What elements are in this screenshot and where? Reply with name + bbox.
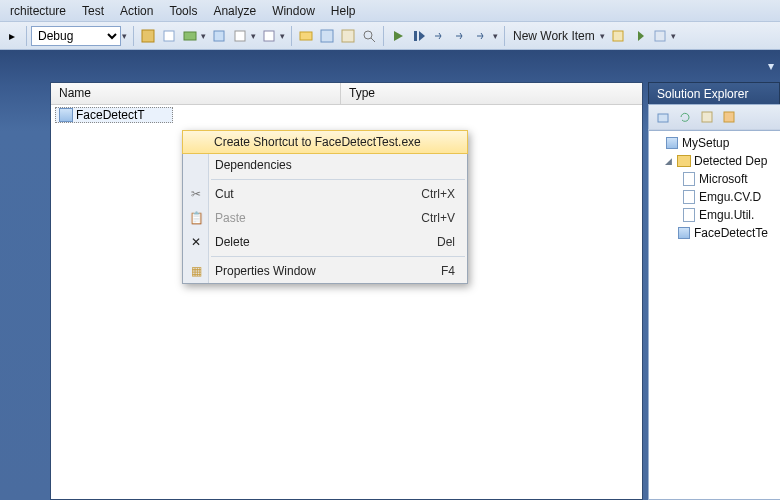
ctx-dependencies[interactable]: Dependencies xyxy=(183,153,467,177)
cut-icon: ✂ xyxy=(188,186,204,202)
tree-label: FaceDetectTe xyxy=(694,226,768,240)
dropdown-icon: ▾ xyxy=(600,31,607,41)
assembly-icon xyxy=(682,208,696,222)
editor-icon[interactable] xyxy=(261,28,277,44)
tree-label: Microsoft xyxy=(699,172,748,186)
ctx-separator xyxy=(211,179,465,180)
menu-bar: rchitecture Test Action Tools Analyze Wi… xyxy=(0,0,780,22)
svg-rect-14 xyxy=(613,31,623,41)
dropdown-icon: ▾ xyxy=(280,31,287,41)
ctx-label: Cut xyxy=(215,187,234,201)
list-header: Name Type xyxy=(51,83,642,105)
menu-architecture[interactable]: rchitecture xyxy=(2,2,74,20)
solution-icon[interactable] xyxy=(298,28,314,44)
folder-icon xyxy=(677,154,691,168)
tree-item[interactable]: Emgu.CV.D xyxy=(649,188,780,206)
team-icon[interactable] xyxy=(610,28,626,44)
find-icon[interactable] xyxy=(361,28,377,44)
se-properties-icon[interactable] xyxy=(721,109,737,125)
se-refresh-icon[interactable] xyxy=(677,109,693,125)
list-item-selected[interactable]: FaceDetectT xyxy=(55,107,173,123)
svg-rect-7 xyxy=(321,30,333,42)
editor-icon[interactable] xyxy=(182,28,198,44)
editor-icon[interactable] xyxy=(161,28,177,44)
editor-icon[interactable] xyxy=(140,28,156,44)
menu-window[interactable]: Window xyxy=(264,2,323,20)
toolbar-separator xyxy=(383,26,384,46)
dropdown-icon: ▾ xyxy=(251,31,258,41)
menu-tools[interactable]: Tools xyxy=(161,2,205,20)
svg-rect-6 xyxy=(300,32,312,40)
svg-rect-16 xyxy=(658,114,668,122)
ctx-label: Properties Window xyxy=(215,264,316,278)
tree-node-detected[interactable]: ◢ Detected Dep xyxy=(649,152,780,170)
column-type[interactable]: Type xyxy=(341,83,642,104)
ctx-label: Paste xyxy=(215,211,246,225)
menu-help[interactable]: Help xyxy=(323,2,364,20)
debug-icon[interactable] xyxy=(390,28,406,44)
list-row[interactable]: FaceDetectT xyxy=(51,105,642,125)
ctx-create-shortcut[interactable]: Create Shortcut to FaceDetectTest.exe xyxy=(182,130,468,154)
svg-marker-11 xyxy=(394,31,403,41)
step-icon[interactable] xyxy=(432,28,448,44)
output-icon[interactable] xyxy=(340,28,356,44)
dropdown-icon: ▾ xyxy=(671,31,678,41)
svg-rect-0 xyxy=(142,30,154,42)
expand-icon[interactable] xyxy=(663,228,674,239)
tree-item[interactable]: Emgu.Util. xyxy=(649,206,780,224)
team-icon[interactable] xyxy=(652,28,668,44)
solution-explorer-title[interactable]: Solution Explorer xyxy=(648,82,780,104)
delete-icon: ✕ xyxy=(188,234,204,250)
toolbox-icon[interactable] xyxy=(319,28,335,44)
solution-explorer-toolbar xyxy=(648,104,780,130)
new-work-item-button[interactable]: New Work Item xyxy=(509,29,599,43)
menu-action[interactable]: Action xyxy=(112,2,161,20)
column-name[interactable]: Name xyxy=(51,83,341,104)
collapse-icon[interactable]: ◢ xyxy=(663,156,674,167)
toolbar-btn-1[interactable]: ▸ xyxy=(4,28,20,44)
svg-rect-5 xyxy=(264,31,274,41)
svg-marker-13 xyxy=(419,31,425,41)
svg-rect-17 xyxy=(702,112,712,122)
toolbar-separator xyxy=(504,26,505,46)
ctx-label: Create Shortcut to FaceDetectTest.exe xyxy=(214,135,421,149)
ctx-paste: 📋 Paste Ctrl+V xyxy=(183,206,467,230)
ctx-cut[interactable]: ✂ Cut Ctrl+X xyxy=(183,182,467,206)
tree-node-output[interactable]: FaceDetectTe xyxy=(649,224,780,242)
tree-item[interactable]: Microsoft xyxy=(649,170,780,188)
ctx-properties[interactable]: ▦ Properties Window F4 xyxy=(183,259,467,283)
solution-explorer-tree[interactable]: MySetup ◢ Detected Dep Microsoft Emgu.CV… xyxy=(648,130,780,500)
ctx-label: Dependencies xyxy=(215,158,292,172)
tool-window-options[interactable]: ▾ xyxy=(648,50,780,82)
editor-icon[interactable] xyxy=(211,28,227,44)
step-icon[interactable] xyxy=(411,28,427,44)
svg-rect-8 xyxy=(342,30,354,42)
ctx-shortcut: F4 xyxy=(441,264,455,278)
editor-icon[interactable] xyxy=(232,28,248,44)
step-icon[interactable] xyxy=(453,28,469,44)
toolbar-separator xyxy=(26,26,27,46)
output-icon xyxy=(677,226,691,240)
menu-analyze[interactable]: Analyze xyxy=(205,2,264,20)
tree-label: Emgu.Util. xyxy=(699,208,754,222)
ctx-shortcut: Ctrl+X xyxy=(421,187,455,201)
menu-test[interactable]: Test xyxy=(74,2,112,20)
expand-icon[interactable] xyxy=(651,138,662,149)
tree-label: Detected Dep xyxy=(694,154,767,168)
solution-explorer-dock: ▾ Solution Explorer MySetup ◢ Detected D… xyxy=(648,50,780,500)
team-icon[interactable] xyxy=(631,28,647,44)
ctx-delete[interactable]: ✕ Delete Del xyxy=(183,230,467,254)
setup-project-icon xyxy=(665,136,679,150)
paste-icon: 📋 xyxy=(188,210,204,226)
svg-rect-3 xyxy=(214,31,224,41)
build-config-select[interactable]: Debug xyxy=(31,26,121,46)
svg-rect-1 xyxy=(164,31,174,41)
ctx-separator xyxy=(211,256,465,257)
step-icon[interactable] xyxy=(474,28,490,44)
se-showall-icon[interactable] xyxy=(699,109,715,125)
dropdown-icon: ▾ xyxy=(201,31,208,41)
tree-root[interactable]: MySetup xyxy=(649,134,780,152)
tree-label: Emgu.CV.D xyxy=(699,190,761,204)
se-home-icon[interactable] xyxy=(655,109,671,125)
toolbar-separator xyxy=(133,26,134,46)
